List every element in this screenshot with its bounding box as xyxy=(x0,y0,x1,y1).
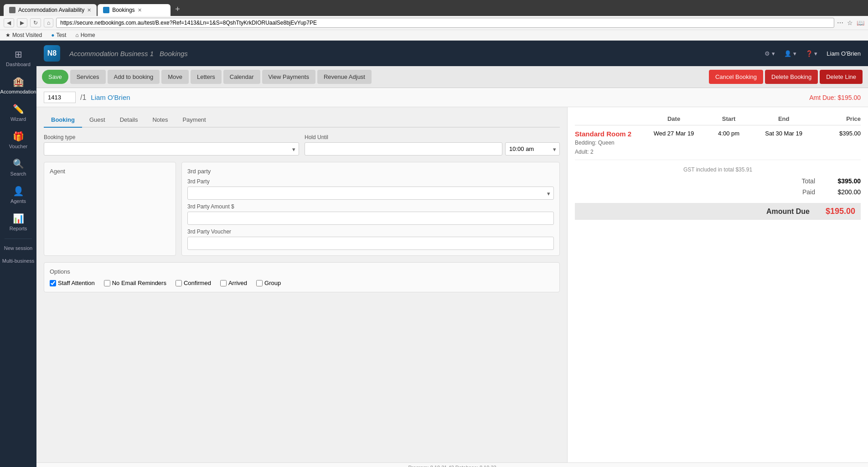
app-logo: N8 xyxy=(44,45,60,62)
sidebar-multi-business[interactable]: Multi-business xyxy=(0,255,36,266)
bookmark-most-visited-label: Most Visited xyxy=(12,32,42,38)
add-to-booking-button[interactable]: Add to booking xyxy=(108,70,160,84)
option-arrived[interactable]: Arrived xyxy=(220,280,247,286)
gst-note: GST included in total $35.91 xyxy=(575,164,861,176)
booking-id-input[interactable] xyxy=(44,92,76,103)
options-row: Staff Attention No Email Reminders Confi… xyxy=(50,280,554,286)
sidebar: ⊞ Dashboard 🏨 Accommodation ✏️ Wizard 🎁 … xyxy=(0,41,36,467)
add-tab-button[interactable]: + xyxy=(171,3,184,16)
bookmark-home-label: Home xyxy=(81,32,95,38)
sidebar-separator xyxy=(5,239,32,239)
tab-payment[interactable]: Payment xyxy=(175,113,213,128)
bookmark-star-icon[interactable]: ☆ xyxy=(847,19,853,26)
tab-label-accommodation: Accommodation Availability xyxy=(18,7,84,13)
room-guest-info: Adult: 2 xyxy=(575,149,861,155)
tab-label-bookings: Bookings xyxy=(112,7,134,13)
tab-booking[interactable]: Booking xyxy=(44,113,82,128)
user-name: Liam O'Brien xyxy=(827,50,861,57)
total-row: Total $395.00 xyxy=(575,176,861,187)
tab-guest[interactable]: Guest xyxy=(82,113,113,128)
tab-details[interactable]: Details xyxy=(113,113,145,128)
page-subtitle: Bookings xyxy=(160,50,188,57)
third-party-select-wrapper xyxy=(187,187,554,200)
option-no-email-checkbox[interactable] xyxy=(104,280,110,286)
save-button[interactable]: Save xyxy=(42,70,68,84)
option-arrived-checkbox[interactable] xyxy=(220,280,227,286)
summary-header: Date Start End Price xyxy=(575,113,861,125)
amount-due-value: $195.00 xyxy=(819,207,855,216)
booking-type-select[interactable] xyxy=(44,142,299,156)
tab-bookings[interactable]: Bookings ✕ xyxy=(98,4,170,16)
user-icon[interactable]: 👤 ▾ xyxy=(782,48,798,59)
browser-chrome: Accommodation Availability ✕ Bookings ✕ … xyxy=(0,0,868,41)
help-icon[interactable]: ❓ ▾ xyxy=(804,48,820,59)
tab-notes[interactable]: Notes xyxy=(145,113,175,128)
amt-due-label: Amt Due: $195.00 xyxy=(809,94,861,101)
option-confirmed-checkbox[interactable] xyxy=(176,280,182,286)
third-party-amount-input[interactable] xyxy=(187,212,554,225)
view-payments-button[interactable]: View Payments xyxy=(262,70,315,84)
summary-totals: GST included in total $35.91 Total $395.… xyxy=(575,160,861,201)
address-bar[interactable] xyxy=(56,18,834,28)
option-group[interactable]: Group xyxy=(256,280,281,286)
revenue-adjust-button[interactable]: Revenue Adjust xyxy=(317,70,372,84)
sidebar-item-reports[interactable]: 📊 Reports xyxy=(2,209,34,235)
sidebar-label-reports: Reports xyxy=(10,226,27,231)
option-confirmed-label: Confirmed xyxy=(184,280,211,286)
booking-type-group: Booking type xyxy=(44,134,299,156)
agent-content xyxy=(50,178,170,206)
option-staff-attention[interactable]: Staff Attention xyxy=(50,280,95,286)
sidebar-item-agents[interactable]: 👤 Agents xyxy=(2,182,34,208)
booking-type-select-wrapper xyxy=(44,142,299,156)
third-party-group: 3rd Party xyxy=(187,178,554,200)
settings-icon[interactable]: ⚙ ▾ xyxy=(763,48,777,59)
sidebar-item-search[interactable]: 🔍 Search xyxy=(2,155,34,180)
reader-view-icon[interactable]: 📖 xyxy=(857,19,864,26)
third-party-select[interactable] xyxy=(187,187,554,200)
letters-button[interactable]: Letters xyxy=(191,70,222,84)
third-party-voucher-input[interactable] xyxy=(187,237,554,250)
tab-close-accommodation[interactable]: ✕ xyxy=(87,7,91,13)
bookmark-most-visited[interactable]: ★ Most Visited xyxy=(4,31,44,39)
option-confirmed[interactable]: Confirmed xyxy=(176,280,211,286)
footer-text: Program: 8.10.21.42 Database: 8.10.33 xyxy=(408,465,496,467)
forward-button[interactable]: ▶ xyxy=(17,18,27,27)
sidebar-item-accommodation[interactable]: 🏨 Accommodation xyxy=(2,73,34,98)
hold-until-input[interactable] xyxy=(305,142,502,156)
option-group-checkbox[interactable] xyxy=(256,280,263,286)
tab-favicon-accommodation xyxy=(9,7,16,13)
paid-label: Paid xyxy=(802,188,815,196)
option-no-email[interactable]: No Email Reminders xyxy=(104,280,166,286)
reload-button[interactable]: ↻ xyxy=(30,18,41,27)
hold-until-group: Hold Until 10:00 am xyxy=(305,134,560,156)
delete-booking-button[interactable]: Delete Booking xyxy=(765,70,818,84)
bookmark-home[interactable]: ⌂ Home xyxy=(73,31,97,39)
calendar-button[interactable]: Calendar xyxy=(223,70,260,84)
sidebar-label-accommodation: Accommodation xyxy=(0,89,36,94)
delete-line-button[interactable]: Delete Line xyxy=(820,70,863,84)
booking-guest-name[interactable]: Liam O'Brien xyxy=(91,93,130,101)
room-name-col: Standard Room 2 Bedding: Queen xyxy=(575,130,641,146)
room-end: Sat 30 Mar 19 xyxy=(751,130,817,137)
summary-col-price: Price xyxy=(817,115,861,122)
hold-time-select[interactable]: 10:00 am xyxy=(505,142,560,156)
accommodation-icon: 🏨 xyxy=(13,76,24,87)
tab-accommodation[interactable]: Accommodation Availability ✕ xyxy=(4,4,97,16)
sidebar-new-session[interactable]: New session xyxy=(2,243,34,254)
agent-box: Agent xyxy=(44,162,176,256)
sidebar-item-voucher[interactable]: 🎁 Voucher xyxy=(2,127,34,153)
test-icon: ● xyxy=(51,32,54,38)
home-button[interactable]: ⌂ xyxy=(44,18,53,27)
back-button[interactable]: ◀ xyxy=(4,18,14,27)
room-start: 4:00 pm xyxy=(707,130,750,137)
left-panel: Booking Guest Details Notes Payment Book… xyxy=(36,107,567,462)
cancel-booking-button[interactable]: Cancel Booking xyxy=(709,70,763,84)
option-staff-attention-checkbox[interactable] xyxy=(50,280,56,286)
extensions-icon[interactable]: ⋯ xyxy=(837,19,843,26)
bookmark-test[interactable]: ● Test xyxy=(49,31,68,39)
sidebar-item-dashboard[interactable]: ⊞ Dashboard xyxy=(2,45,34,71)
tab-close-bookings[interactable]: ✕ xyxy=(138,7,142,13)
move-button[interactable]: Move xyxy=(161,70,189,84)
sidebar-item-wizard[interactable]: ✏️ Wizard xyxy=(2,100,34,125)
services-button[interactable]: Services xyxy=(70,70,106,84)
